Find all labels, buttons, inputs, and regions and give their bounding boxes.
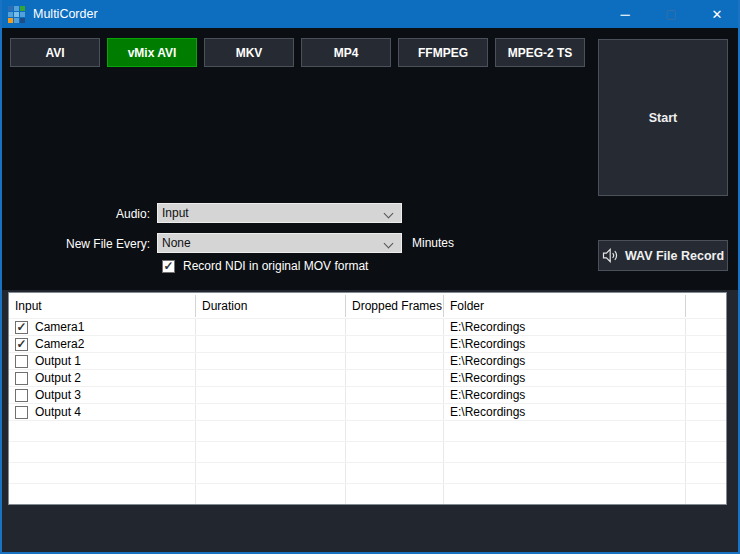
tab-mp4[interactable]: MP4 — [301, 38, 391, 67]
format-tabs: AVIvMix AVIMKVMP4FFMPEGMPEG-2 TS — [10, 38, 585, 67]
spacer-cell — [686, 404, 726, 420]
spacer-cell — [686, 336, 726, 352]
col-header-spacer — [686, 295, 726, 317]
row-checkbox[interactable] — [15, 372, 28, 385]
empty-cell — [686, 484, 726, 504]
empty-table-row — [9, 483, 726, 504]
audio-label: Audio: — [0, 207, 150, 221]
empty-cell — [346, 484, 444, 504]
vmix-logo-icon — [8, 6, 25, 23]
close-button[interactable]: ✕ — [694, 0, 740, 28]
ndi-checkbox-label: Record NDI in original MOV format — [183, 259, 368, 273]
folder-cell: E:\Recordings — [444, 353, 686, 369]
dropped-frames-cell — [346, 387, 444, 403]
wav-button-label: WAV File Record — [625, 249, 724, 263]
row-checkbox[interactable] — [15, 389, 28, 402]
input-name: Output 1 — [35, 354, 81, 368]
dropped-frames-cell — [346, 353, 444, 369]
empty-cell — [196, 484, 346, 504]
empty-cell — [444, 484, 686, 504]
input-cell: Output 1 — [9, 353, 196, 369]
col-header-folder: Folder — [444, 295, 686, 317]
row-checkbox[interactable] — [15, 406, 28, 419]
row-checkbox[interactable]: ✓ — [15, 338, 28, 351]
folder-cell: E:\Recordings — [444, 404, 686, 420]
table-body: ✓Camera1E:\Recordings✓Camera2E:\Recordin… — [9, 318, 726, 504]
empty-cell — [346, 421, 444, 441]
chevron-down-icon — [384, 239, 394, 249]
new-file-value: None — [162, 236, 191, 250]
multicorder-window: MultiCorder ─ ▢ ✕ AVIvMix AVIMKVMP4FFMPE… — [0, 0, 740, 554]
start-button[interactable]: Start — [598, 39, 728, 196]
row-checkbox[interactable] — [15, 355, 28, 368]
input-name: Output 4 — [35, 405, 81, 419]
table-header: Input Duration Dropped Frames Folder — [9, 293, 726, 318]
maximize-button: ▢ — [648, 0, 694, 28]
duration-cell — [196, 370, 346, 386]
spacer-cell — [686, 319, 726, 335]
empty-cell — [444, 463, 686, 483]
speaker-icon — [602, 248, 619, 263]
row-checkbox[interactable]: ✓ — [15, 321, 28, 334]
empty-cell — [444, 421, 686, 441]
spacer-cell — [686, 370, 726, 386]
table-row[interactable]: Output 2E:\Recordings — [9, 369, 726, 386]
duration-cell — [196, 387, 346, 403]
wav-file-record-button[interactable]: WAV File Record — [598, 240, 728, 271]
recordings-panel: Input Duration Dropped Frames Folder ✓Ca… — [0, 290, 740, 554]
empty-cell — [9, 484, 196, 504]
table-row[interactable]: ✓Camera2E:\Recordings — [9, 335, 726, 352]
duration-cell — [196, 336, 346, 352]
tab-mkv[interactable]: MKV — [204, 38, 294, 67]
dropped-frames-cell — [346, 336, 444, 352]
empty-cell — [9, 442, 196, 462]
audio-dropdown[interactable]: Input — [157, 203, 402, 223]
window-title: MultiCorder — [33, 7, 98, 21]
col-header-dropped-frames: Dropped Frames — [346, 295, 444, 317]
chevron-down-icon — [384, 209, 394, 219]
tab-avi[interactable]: AVI — [10, 38, 100, 67]
empty-cell — [196, 442, 346, 462]
tab-mpeg-2-ts[interactable]: MPEG-2 TS — [495, 38, 585, 67]
dropped-frames-cell — [346, 319, 444, 335]
empty-table-row — [9, 462, 726, 483]
new-file-label: New File Every: — [0, 237, 150, 251]
duration-cell — [196, 353, 346, 369]
empty-cell — [686, 421, 726, 441]
input-name: Output 2 — [35, 371, 81, 385]
table-row[interactable]: Output 3E:\Recordings — [9, 386, 726, 403]
duration-cell — [196, 404, 346, 420]
empty-cell — [686, 463, 726, 483]
empty-cell — [346, 463, 444, 483]
titlebar: MultiCorder ─ ▢ ✕ — [0, 0, 740, 28]
input-cell: Output 2 — [9, 370, 196, 386]
minimize-button[interactable]: ─ — [602, 0, 648, 28]
folder-cell: E:\Recordings — [444, 319, 686, 335]
table-row[interactable]: Output 4E:\Recordings — [9, 403, 726, 420]
ndi-checkbox[interactable]: ✓ — [162, 260, 175, 273]
tab-ffmpeg[interactable]: FFMPEG — [398, 38, 488, 67]
inputs-table: Input Duration Dropped Frames Folder ✓Ca… — [8, 292, 727, 505]
empty-cell — [346, 442, 444, 462]
input-cell: ✓Camera1 — [9, 319, 196, 335]
table-row[interactable]: Output 1E:\Recordings — [9, 352, 726, 369]
empty-cell — [9, 463, 196, 483]
input-name: Output 3 — [35, 388, 81, 402]
input-name: Camera1 — [35, 320, 84, 334]
table-row[interactable]: ✓Camera1E:\Recordings — [9, 318, 726, 335]
empty-cell — [196, 463, 346, 483]
input-cell: Output 3 — [9, 387, 196, 403]
spacer-cell — [686, 353, 726, 369]
empty-cell — [686, 442, 726, 462]
duration-cell — [196, 319, 346, 335]
new-file-dropdown[interactable]: None — [157, 233, 402, 253]
minutes-label: Minutes — [412, 236, 454, 250]
folder-cell: E:\Recordings — [444, 387, 686, 403]
col-header-input: Input — [9, 295, 196, 317]
audio-value: Input — [162, 206, 189, 220]
folder-cell: E:\Recordings — [444, 336, 686, 352]
empty-table-row — [9, 441, 726, 462]
empty-cell — [9, 421, 196, 441]
tab-vmix-avi[interactable]: vMix AVI — [107, 38, 197, 67]
spacer-cell — [686, 387, 726, 403]
